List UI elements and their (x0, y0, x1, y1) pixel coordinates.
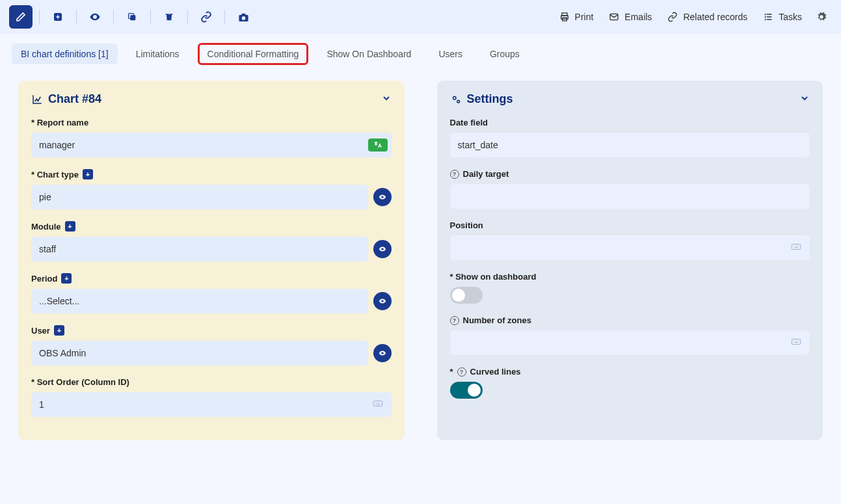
field-report-name: * Report name manager (31, 118, 392, 157)
daily-target-input[interactable] (450, 184, 810, 209)
svg-rect-1 (130, 15, 135, 20)
translate-icon (372, 140, 384, 150)
show-on-dashboard-toggle[interactable] (450, 287, 483, 304)
keyboard-icon[interactable] (789, 337, 803, 349)
svg-point-27 (797, 341, 797, 341)
add-user[interactable]: + (54, 325, 64, 336)
field-module: Module + staff (31, 221, 392, 261)
chevron-down-icon (381, 93, 392, 103)
settings-panel: Settings Date field start_date ? Daily t… (437, 81, 823, 440)
related-label: Related records (683, 12, 747, 22)
link-icon (200, 11, 212, 23)
link-button[interactable] (194, 5, 218, 29)
toggle-knob (452, 289, 465, 302)
eye-icon (378, 297, 387, 306)
print-button[interactable]: Print (553, 8, 600, 26)
edit-button[interactable] (9, 5, 33, 29)
user-label-text: User (31, 326, 50, 336)
add-button[interactable] (46, 5, 70, 29)
curved-lines-toggle[interactable] (450, 382, 483, 399)
curved-lines-label-text: Curved lines (470, 367, 521, 377)
toolbar-left-group (9, 5, 255, 29)
position-input[interactable] (450, 235, 810, 260)
zones-input[interactable] (450, 330, 810, 355)
eye-icon (378, 245, 387, 254)
field-user: User + OBS Admin (31, 325, 392, 365)
chart-type-label-text: * Chart type (31, 170, 79, 179)
date-field-input[interactable]: start_date (450, 133, 810, 157)
svg-point-14 (453, 96, 456, 99)
view-button[interactable] (83, 5, 107, 29)
chart-type-input[interactable]: pie (31, 185, 368, 209)
separator (224, 10, 225, 24)
field-period: Period + ...Select... (31, 273, 392, 313)
svg-point-15 (457, 100, 459, 103)
delete-button[interactable] (157, 5, 181, 29)
settings-panel-title: Settings (450, 92, 513, 106)
daily-target-label-text: Daily target (463, 169, 509, 179)
tab-users[interactable]: Users (429, 44, 472, 64)
tab-limitations[interactable]: Limitations (127, 44, 189, 64)
user-label: User + (31, 325, 392, 336)
help-icon[interactable]: ? (457, 367, 466, 377)
view-period[interactable] (373, 292, 392, 310)
translate-badge[interactable] (368, 139, 388, 152)
report-name-input[interactable]: manager (31, 133, 392, 157)
module-label: Module + (31, 221, 392, 232)
svg-point-20 (797, 246, 797, 246)
trash-icon (164, 12, 174, 22)
position-label: Position (450, 220, 810, 230)
add-chart-type[interactable]: + (83, 169, 93, 179)
tasks-button[interactable]: Tasks (756, 8, 808, 26)
settings-title-text: Settings (467, 92, 513, 106)
chart-icon (31, 94, 43, 105)
view-module[interactable] (373, 240, 392, 258)
print-label: Print (575, 12, 594, 22)
period-input[interactable]: ...Select... (31, 289, 368, 313)
collapse-chart-panel[interactable] (381, 93, 392, 105)
separator (187, 10, 188, 24)
tab-bi-chart-definitions[interactable]: BI chart definitions [1] (12, 44, 118, 64)
svg-rect-23 (792, 339, 800, 345)
svg-point-18 (794, 246, 795, 246)
eye-icon (378, 349, 387, 358)
report-name-value: manager (39, 140, 75, 150)
copy-button[interactable] (120, 5, 144, 29)
view-user[interactable] (373, 344, 392, 362)
svg-point-26 (795, 341, 796, 341)
tasks-label: Tasks (779, 12, 802, 22)
tab-groups[interactable]: Groups (481, 44, 529, 64)
tab-show-on-dashboard[interactable]: Show On Dashboard (317, 44, 420, 64)
view-chart-type[interactable] (373, 188, 392, 206)
date-field-label: Date field (450, 118, 810, 127)
svg-point-28 (798, 341, 799, 341)
related-records-button[interactable]: Related records (661, 8, 754, 26)
field-sort-order: * Sort Order (Column ID) 1 (31, 377, 392, 417)
add-module[interactable]: + (65, 221, 75, 232)
help-icon[interactable]: ? (450, 316, 459, 325)
svg-point-10 (377, 403, 378, 403)
chart-panel-title: Chart #84 (31, 92, 101, 106)
sort-order-input[interactable]: 1 (31, 392, 392, 417)
keyboard-icon[interactable] (371, 399, 385, 411)
tasks-icon (763, 12, 773, 22)
collapse-settings-panel[interactable] (799, 93, 810, 105)
zones-label: ? Number of zones (450, 315, 810, 325)
module-input[interactable]: staff (31, 237, 368, 261)
keyboard-icon[interactable] (789, 242, 803, 254)
add-period[interactable]: + (61, 273, 72, 284)
svg-point-25 (794, 341, 795, 341)
emails-button[interactable]: Emails (602, 8, 658, 26)
camera-button[interactable] (232, 5, 255, 29)
help-icon[interactable]: ? (450, 170, 459, 179)
field-date-field: Date field start_date (450, 118, 810, 157)
chart-panel-header: Chart #84 (31, 92, 392, 106)
eye-icon (89, 11, 101, 23)
user-input[interactable]: OBS Admin (31, 341, 368, 365)
svg-rect-22 (794, 247, 797, 248)
field-show-on-dashboard: * Show on dashboard (450, 272, 810, 304)
settings-gear-button[interactable] (811, 7, 832, 27)
sort-order-label: * Sort Order (Column ID) (31, 377, 392, 387)
toggle-knob (468, 384, 481, 397)
tab-conditional-formatting[interactable]: Conditional Formatting (198, 43, 309, 65)
